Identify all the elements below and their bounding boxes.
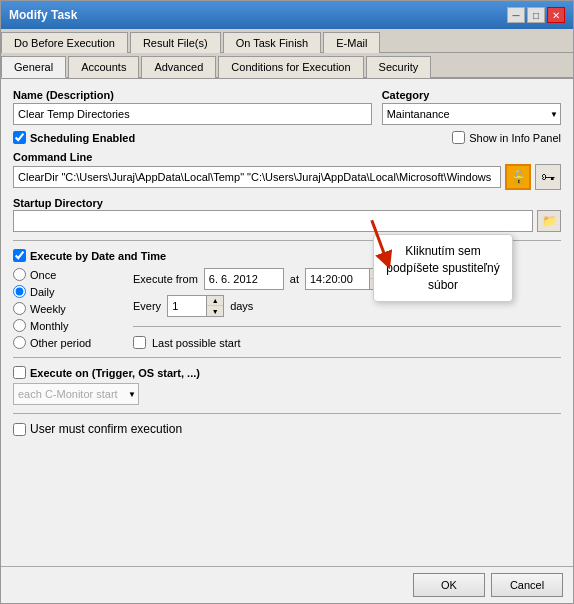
tab-accounts[interactable]: Accounts (68, 56, 139, 78)
tab-general[interactable]: General (1, 56, 66, 78)
radio-once-input[interactable] (13, 268, 26, 281)
minimize-icon: ─ (512, 10, 519, 21)
name-input[interactable] (13, 103, 372, 125)
close-icon: ✕ (552, 10, 560, 21)
maximize-button[interactable]: □ (527, 7, 545, 23)
category-select[interactable]: Maintanance Default System (382, 103, 561, 125)
tooltip-text: Kliknutím sem podpíšete spustiteľný súbo… (386, 244, 500, 292)
close-button[interactable]: ✕ (547, 7, 565, 23)
command-line-input[interactable] (13, 166, 501, 188)
user-confirm-checkbox[interactable] (13, 423, 26, 436)
ok-button[interactable]: OK (413, 573, 485, 597)
every-input[interactable] (167, 295, 207, 317)
radio-daily: Daily (13, 285, 123, 298)
trigger-row: each C-Monitor start OS start Manual ▼ (13, 383, 561, 405)
radio-col: Once Daily Weekly Monthly (13, 268, 123, 349)
every-spin-buttons: ▲ ▼ (207, 295, 224, 317)
tab-on-task-finish[interactable]: On Task Finish (223, 32, 322, 53)
title-bar: Modify Task ─ □ ✕ (1, 1, 573, 29)
last-possible-row: Last possible start (133, 336, 561, 349)
show-info-label: Show in Info Panel (469, 132, 561, 144)
startup-dir-label: Startup Directory (13, 197, 103, 209)
execute-from-time[interactable] (305, 268, 370, 290)
last-possible-label: Last possible start (152, 337, 241, 349)
svg-line-1 (360, 220, 398, 261)
lock-icon: 🔒 (510, 169, 527, 185)
execute-date-checkbox[interactable] (13, 249, 26, 262)
every-spin-down[interactable]: ▼ (207, 306, 223, 316)
radio-daily-input[interactable] (13, 285, 26, 298)
window-title: Modify Task (9, 8, 77, 22)
trigger-section: Execute on (Trigger, OS start, ...) each… (13, 366, 561, 405)
scheduling-label: Scheduling Enabled (30, 132, 135, 144)
tabs-row-1: Do Before Execution Result File(s) On Ta… (1, 29, 573, 53)
category-label: Category (382, 89, 561, 101)
command-line-label: Command Line (13, 151, 92, 163)
trigger-select[interactable]: each C-Monitor start OS start Manual (13, 383, 139, 405)
scheduling-checkbox[interactable] (13, 131, 26, 144)
divider-4 (13, 413, 561, 414)
trigger-checkbox[interactable] (13, 366, 26, 379)
tab-advanced[interactable]: Advanced (141, 56, 216, 78)
tab-conditions[interactable]: Conditions for Execution (218, 56, 363, 78)
radio-other-input[interactable] (13, 336, 26, 349)
name-group: Name (Description) (13, 89, 372, 125)
user-confirm-label: User must confirm execution (30, 422, 182, 436)
radio-monthly-input[interactable] (13, 319, 26, 332)
execute-on-label: Execute on (Trigger, OS start, ...) (30, 367, 200, 379)
minimize-button[interactable]: ─ (507, 7, 525, 23)
every-spin-wrapper: ▲ ▼ (167, 295, 224, 317)
footer: OK Cancel (1, 566, 573, 603)
key-button[interactable]: 🗝 (535, 164, 561, 190)
lock-button[interactable]: 🔒 (505, 164, 531, 190)
name-category-row: Name (Description) Category Maintanance … (13, 89, 561, 125)
window-controls: ─ □ ✕ (507, 7, 565, 23)
main-content: Name (Description) Category Maintanance … (1, 79, 573, 566)
cancel-button[interactable]: Cancel (491, 573, 563, 597)
radio-monthly: Monthly (13, 319, 123, 332)
divider-2 (133, 326, 561, 327)
command-line-section: Command Line 🔒 🗝 (13, 150, 561, 190)
radio-weekly: Weekly (13, 302, 123, 315)
maximize-icon: □ (533, 10, 539, 21)
name-label: Name (Description) (13, 89, 372, 101)
radio-other: Other period (13, 336, 123, 349)
divider-3 (13, 357, 561, 358)
tab-email[interactable]: E-Mail (323, 32, 380, 53)
execute-from-date[interactable] (204, 268, 284, 290)
main-window: Modify Task ─ □ ✕ Do Before Execution Re… (0, 0, 574, 604)
user-confirm-row: User must confirm execution (13, 422, 561, 436)
execute-date-label: Execute by Date and Time (30, 250, 166, 262)
tab-security[interactable]: Security (366, 56, 432, 78)
every-spin-up[interactable]: ▲ (207, 296, 223, 306)
trigger-select-wrapper: each C-Monitor start OS start Manual ▼ (13, 383, 139, 405)
folder-icon: 📁 (542, 214, 557, 228)
tabs-row-2: General Accounts Advanced Conditions for… (1, 53, 573, 79)
radio-weekly-input[interactable] (13, 302, 26, 315)
every-label: Every (133, 300, 161, 312)
command-line-row: 🔒 🗝 (13, 164, 561, 190)
at-label: at (290, 273, 299, 285)
show-info-checkbox[interactable] (452, 131, 465, 144)
tab-do-before[interactable]: Do Before Execution (1, 32, 128, 53)
tab-result-files[interactable]: Result File(s) (130, 32, 221, 53)
show-info-group: Show in Info Panel (452, 131, 561, 144)
scheduling-row: Scheduling Enabled Show in Info Panel (13, 131, 561, 144)
startup-dir-input[interactable] (13, 210, 533, 232)
radio-once: Once (13, 268, 123, 281)
days-label: days (230, 300, 253, 312)
category-group: Category Maintanance Default System ▼ (382, 89, 561, 125)
execute-from-label: Execute from (133, 273, 198, 285)
startup-dir-row: 📁 (13, 210, 561, 232)
key-icon: 🗝 (541, 169, 555, 185)
browse-button[interactable]: 📁 (537, 210, 561, 232)
startup-dir-section: Startup Directory 📁 (13, 196, 561, 232)
category-select-wrapper: Maintanance Default System ▼ (382, 103, 561, 125)
last-possible-checkbox[interactable] (133, 336, 146, 349)
